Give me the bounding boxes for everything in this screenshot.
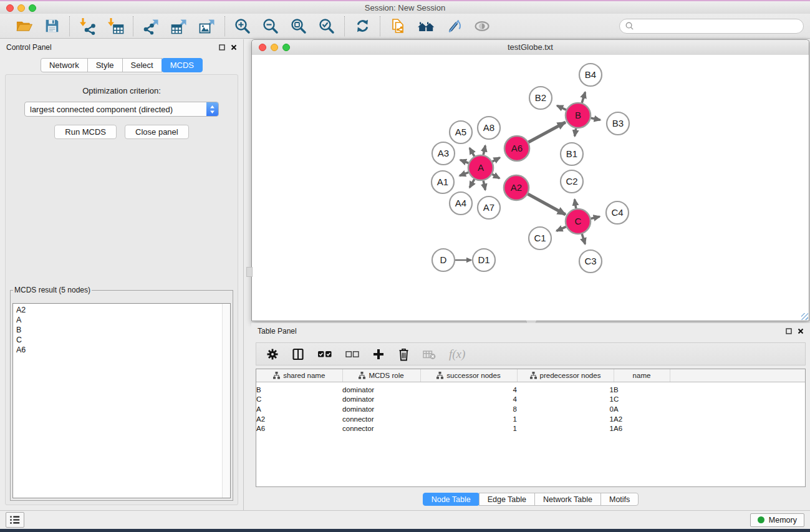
column-header-predecessor-nodes[interactable]: predecessor nodes <box>517 369 614 382</box>
show-details-button[interactable] <box>473 17 491 36</box>
hide-annotations-button[interactable] <box>445 17 463 36</box>
node-B2[interactable]: B2 <box>529 87 552 109</box>
equation-builder-button[interactable]: f(x) <box>449 346 465 362</box>
mcds-result-item[interactable]: A6 <box>16 345 227 355</box>
node-A3[interactable]: A3 <box>432 142 455 165</box>
run-mcds-button[interactable]: Run MCDS <box>54 125 117 139</box>
scrollbar[interactable] <box>222 304 230 498</box>
edge-B-B1[interactable] <box>575 128 576 137</box>
node-B1[interactable]: B1 <box>561 143 583 165</box>
node-B[interactable]: B <box>566 103 591 128</box>
table-row[interactable]: Cdominator41C <box>256 395 805 405</box>
float-panel-icon[interactable] <box>219 44 225 51</box>
table-cell[interactable]: 0 <box>517 404 614 414</box>
table-cell[interactable]: dominator <box>342 404 420 414</box>
table-cell[interactable]: 1 <box>420 414 517 424</box>
zoom-fit-button[interactable] <box>289 17 308 36</box>
zoom-in-button[interactable] <box>233 17 252 36</box>
unselect-all-columns-button[interactable] <box>345 346 359 362</box>
export-table-button[interactable] <box>170 17 188 36</box>
table-cell[interactable]: 1 <box>420 423 517 433</box>
table-options-button[interactable] <box>266 346 279 362</box>
node-C4[interactable]: C4 <box>606 201 629 224</box>
network-canvas[interactable]: B4B2BB3A8A5A6A3B1AC2A1A2A4A7C4CC1DD1C3 <box>252 55 809 321</box>
close-panel-icon[interactable] <box>798 328 804 334</box>
task-history-button[interactable] <box>6 512 24 528</box>
clone-network-button[interactable] <box>388 17 407 36</box>
column-header-mcds-role[interactable]: MCDS role <box>342 369 420 382</box>
node-A[interactable]: A <box>468 155 493 180</box>
search-box[interactable] <box>619 19 804 34</box>
table-row[interactable]: A2connector11A2 <box>256 414 805 424</box>
tab-style[interactable]: Style <box>87 58 123 72</box>
mcds-result-listbox[interactable]: A2ABCA6 <box>12 303 231 498</box>
edge-A-A8[interactable] <box>483 145 485 155</box>
refresh-button[interactable] <box>353 17 372 36</box>
delete-column-button[interactable] <box>398 346 410 362</box>
tab-network[interactable]: Network <box>41 58 88 72</box>
mcds-result-item[interactable]: C <box>16 335 227 345</box>
column-header-shared-name[interactable]: shared name <box>256 369 342 382</box>
table-cell[interactable]: C <box>614 395 670 405</box>
splitter-grip[interactable] <box>246 267 253 277</box>
edge-A-A1[interactable] <box>460 172 468 175</box>
node-C1[interactable]: C1 <box>529 227 551 249</box>
node-C2[interactable]: C2 <box>561 170 583 193</box>
zoom-selected-button[interactable] <box>317 17 336 36</box>
tab-edge-table[interactable]: Edge Table <box>479 493 535 506</box>
tab-mcds[interactable]: MCDS <box>162 58 203 72</box>
edge-B-B4[interactable] <box>582 92 585 103</box>
edge-C-C1[interactable] <box>557 226 566 231</box>
edge-A-A6[interactable] <box>493 158 500 162</box>
network-graph[interactable]: B4B2BB3A8A5A6A3B1AC2A1A2A4A7C4CC1DD1C3 <box>252 55 809 321</box>
network-window-titlebar[interactable]: testGlobe.txt <box>252 40 809 56</box>
node-C[interactable]: C <box>566 209 591 234</box>
table-cell[interactable]: 1 <box>517 382 614 395</box>
node-A7[interactable]: A7 <box>478 196 500 219</box>
table-cell[interactable]: A2 <box>614 414 670 424</box>
table-cell[interactable]: 4 <box>420 395 517 405</box>
node-A2[interactable]: A2 <box>504 175 529 200</box>
node-A5[interactable]: A5 <box>450 121 472 143</box>
delete-table-button[interactable] <box>423 346 436 362</box>
zoom-out-button[interactable] <box>261 17 280 36</box>
edge-A6-B[interactable] <box>528 122 565 142</box>
node-A8[interactable]: A8 <box>478 117 500 139</box>
node-D[interactable]: D <box>432 249 455 271</box>
table-cell[interactable]: 1 <box>517 423 614 433</box>
edge-A-A7[interactable] <box>483 181 485 190</box>
table-cell[interactable]: A <box>614 404 670 414</box>
edge-B-B3[interactable] <box>591 118 600 120</box>
memory-button[interactable]: Memory <box>750 513 804 527</box>
node-table[interactable]: shared nameMCDS rolesuccessor nodesprede… <box>256 369 806 487</box>
open-file-button[interactable] <box>14 17 33 36</box>
node-A4[interactable]: A4 <box>450 192 472 215</box>
tab-select[interactable]: Select <box>122 58 162 72</box>
table-cell[interactable]: connector <box>342 414 420 424</box>
column-header-name[interactable]: name <box>614 369 670 382</box>
table-cell[interactable]: A6 <box>256 423 342 433</box>
edge-A-A4[interactable] <box>470 179 475 187</box>
edge-A2-C[interactable] <box>528 194 565 215</box>
edge-A-A3[interactable] <box>460 160 468 163</box>
create-column-button[interactable] <box>372 346 385 362</box>
houses-button[interactable] <box>417 17 435 36</box>
edge-C-C3[interactable] <box>582 234 585 244</box>
edge-C-C4[interactable] <box>591 216 599 218</box>
node-C3[interactable]: C3 <box>579 250 602 273</box>
table-cell[interactable]: 8 <box>420 404 517 414</box>
node-B3[interactable]: B3 <box>607 112 629 135</box>
export-network-button[interactable] <box>142 17 160 36</box>
edge-C-C2[interactable] <box>574 200 576 209</box>
edge-B-B2[interactable] <box>557 105 566 110</box>
search-input[interactable] <box>637 21 798 31</box>
mcds-result-item[interactable]: B <box>16 325 227 335</box>
table-row[interactable]: Bdominator41B <box>256 382 805 395</box>
close-panel-button[interactable]: Close panel <box>125 125 189 139</box>
column-header-successor-nodes[interactable]: successor nodes <box>420 369 517 382</box>
table-cell[interactable]: 4 <box>420 382 517 395</box>
node-A6[interactable]: A6 <box>504 136 529 161</box>
table-cell[interactable]: 1 <box>517 414 614 424</box>
node-A1[interactable]: A1 <box>432 171 454 193</box>
node-D1[interactable]: D1 <box>473 249 495 271</box>
